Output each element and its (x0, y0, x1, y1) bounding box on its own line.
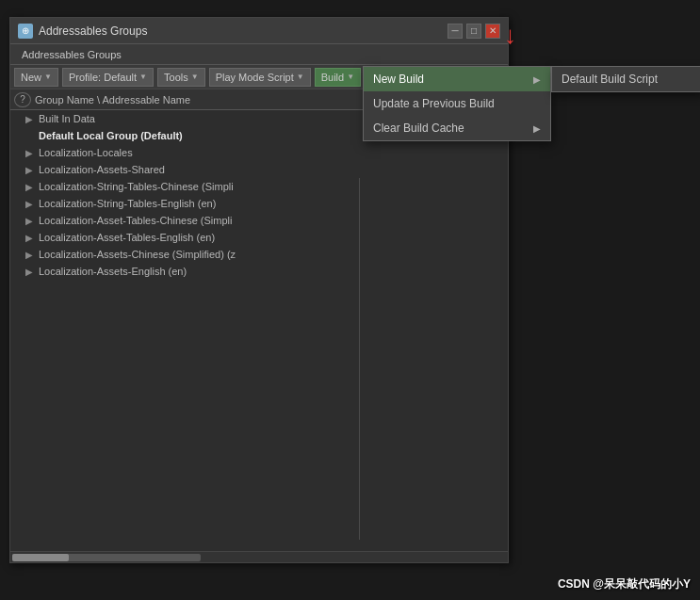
dropdown-item-label: Update a Previous Build (373, 97, 495, 110)
profile-dropdown-arrow: ▼ (139, 73, 147, 81)
window-title: Addressables Groups (39, 24, 147, 38)
play-mode-button[interactable]: Play Mode Script ▼ (209, 68, 311, 87)
scrollbar-thumb[interactable] (12, 554, 69, 561)
new-label: New (21, 72, 41, 83)
tools-button[interactable]: Tools ▼ (157, 68, 205, 87)
tree-item-label: Localization-Locales (39, 147, 133, 158)
new-button[interactable]: New ▼ (14, 68, 58, 87)
menu-bar: Addressables Groups (10, 44, 508, 65)
tree-item-label: Default Local Group (Default) (39, 130, 183, 141)
build-dropdown-menu: New Build▶Update a Previous BuildClear B… (363, 66, 551, 141)
help-button[interactable]: ? (14, 92, 31, 107)
tree-arrow-icon: ▶ (25, 114, 39, 124)
profile-label: Profile: Default (69, 72, 137, 83)
tree-arrow-icon: ▶ (25, 165, 39, 175)
tree-arrow-icon: ▶ (25, 182, 39, 192)
tree-item[interactable]: ▶Localization-Assets-English (en) (10, 263, 508, 280)
tree-item-label: Localization-Assets-Chinese (Simplified)… (39, 249, 236, 260)
profile-button[interactable]: Profile: Default ▼ (62, 68, 154, 87)
play-mode-dropdown-arrow: ▼ (297, 73, 304, 81)
maximize-button[interactable]: □ (466, 24, 481, 39)
vertical-divider (359, 178, 360, 540)
title-bar-left: ⊕ Addressables Groups (18, 24, 147, 39)
tree-arrow-icon: ▶ (25, 199, 39, 209)
col-group-name: Group Name \ Addressable Name (35, 94, 410, 105)
title-bar-controls: ─ □ ✕ (448, 24, 500, 39)
tree-item-label: Localization-String-Tables-English (en) (39, 198, 216, 209)
dropdown-menu-item[interactable]: Update a Previous Build (364, 91, 550, 116)
play-mode-label: Play Mode Script (216, 72, 294, 83)
horizontal-scrollbar[interactable] (10, 551, 508, 562)
tree-item[interactable]: ▶Localization-Locales (10, 144, 508, 161)
submenu-arrow-icon: ▶ (533, 74, 541, 85)
tree-item[interactable]: ▶Localization-String-Tables-Chinese (Sim… (10, 178, 508, 195)
build-dropdown-arrow: ▼ (347, 73, 354, 81)
tree-arrow-icon: ▶ (25, 250, 39, 260)
tree-item[interactable]: ▶Localization-Asset-Tables-Chinese (Simp… (10, 212, 508, 229)
tree-item[interactable]: ▶Localization-Asset-Tables-English (en) (10, 229, 508, 246)
window-icon: ⊕ (18, 24, 33, 39)
tree-item-label: Localization-Asset-Tables-English (en) (39, 232, 215, 243)
window-icon-char: ⊕ (22, 25, 29, 36)
menu-item-addressables[interactable]: Addressables Groups (14, 47, 129, 62)
minimize-button[interactable]: ─ (448, 24, 463, 39)
submenu-arrow-icon: ▶ (533, 123, 541, 134)
tree-arrow-icon: ▶ (25, 233, 39, 243)
scrollbar-track[interactable] (12, 554, 201, 561)
tree-content: ▶Built In DataDefault Local Group (Defau… (10, 110, 508, 551)
build-button[interactable]: Build ▼ (315, 68, 361, 87)
watermark: CSDN @呆呆敲代码的小Y (558, 576, 691, 592)
tree-arrow-icon: ▶ (25, 267, 39, 277)
dropdown-menu-item[interactable]: Clear Build Cache▶ (364, 116, 550, 140)
tools-dropdown-arrow: ▼ (191, 73, 199, 81)
tree-item[interactable]: ▶Localization-Assets-Shared (10, 161, 508, 178)
title-bar: ⊕ Addressables Groups ─ □ ✕ (10, 18, 508, 44)
new-build-submenu: Default Build Script (551, 66, 700, 92)
tree-arrow-icon: ▶ (25, 148, 39, 158)
new-dropdown-arrow: ▼ (44, 73, 52, 81)
tree-arrow-icon: ▶ (25, 216, 39, 226)
tools-label: Tools (164, 72, 188, 83)
dropdown-item-label: New Build (373, 73, 424, 86)
tree-item-label: Localization-String-Tables-Chinese (Simp… (39, 181, 234, 192)
build-label: Build (321, 72, 344, 83)
close-button[interactable]: ✕ (485, 24, 500, 39)
submenu-item[interactable]: Default Build Script (552, 67, 700, 91)
arrow-top-indicator: ↓ (504, 21, 516, 50)
dropdown-item-label: Clear Build Cache (373, 122, 464, 135)
tree-item-label: Localization-Asset-Tables-Chinese (Simpl… (39, 215, 232, 226)
tree-item[interactable]: ▶Localization-Assets-Chinese (Simplified… (10, 246, 508, 263)
tree-item[interactable]: ▶Localization-String-Tables-English (en) (10, 195, 508, 212)
tree-item-label: Built In Data (39, 113, 95, 124)
tree-item-label: Localization-Assets-Shared (39, 164, 165, 175)
dropdown-menu-item[interactable]: New Build▶ (364, 67, 550, 91)
tree-item-label: Localization-Assets-English (en) (39, 266, 187, 277)
